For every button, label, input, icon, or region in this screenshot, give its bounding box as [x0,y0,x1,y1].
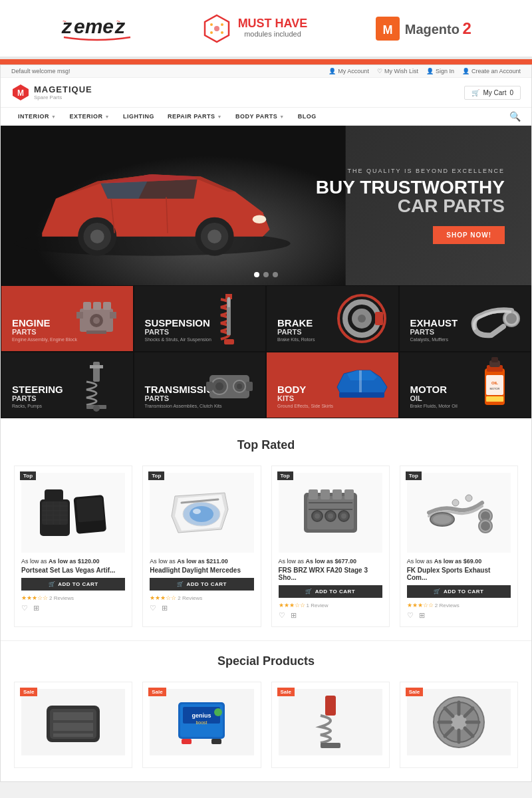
svg-text:OIL: OIL [491,381,498,385]
svg-rect-82 [321,489,330,499]
headlight-product-image [165,479,238,546]
body-image [326,352,398,418]
product-badge: Top [20,471,36,480]
create-account-link[interactable]: 👤 Create an Account [462,68,521,74]
chevron-down-icon: ▼ [279,114,284,119]
svg-rect-112 [211,739,221,744]
svg-point-18 [90,229,104,243]
hero-dot-3[interactable] [273,272,278,277]
nav-item-body[interactable]: BODY PARTS ▼ [229,108,291,125]
svg-rect-35 [227,297,230,307]
cart-icon: 🛒 [434,589,441,595]
nav-item-blog[interactable]: BLOG [291,108,323,125]
search-icon[interactable]: 🔍 [509,111,521,122]
svg-rect-26 [83,302,91,310]
zemes-logo: z eme z ~ ~ [61,12,134,45]
svg-point-113 [214,708,222,716]
part-card-body[interactable]: BODY KITS Ground Effects, Side Skirts [266,352,399,418]
nav-item-repair[interactable]: REPAIR PARTS ▼ [161,108,229,125]
svg-rect-24 [76,312,83,319]
svg-point-6 [214,26,219,31]
svg-rect-53 [246,382,253,391]
signin-icon: 👤 [426,68,434,74]
nav-item-interior[interactable]: INTERIOR ▼ [11,108,63,125]
magento-version: 2 [462,19,471,37]
svg-point-77 [190,506,213,522]
svg-point-21 [207,229,221,243]
compare-icon[interactable]: ⊞ [291,611,297,620]
steering-image [61,352,133,418]
special-product-image-1 [21,689,125,755]
wishlist-icon[interactable]: ♡ [279,611,285,620]
part-card-motor-oil[interactable]: MOTOR OIL Brake Fluids, Motor Oil OIL MO… [399,352,532,418]
product-card-exhaust-kit: Top [400,466,518,627]
product-rating: ★★★☆☆ 2 Reviews [21,595,125,601]
svg-rect-44 [90,365,103,368]
red-stripe [0,59,532,65]
hero-dot-1[interactable] [254,272,259,277]
add-to-cart-button[interactable]: 🛒 ADD TO CART [279,585,382,598]
part-card-suspension[interactable]: SUSPENSION PARTS Shocks & Struts, Air Su… [134,285,267,352]
compare-icon[interactable]: ⊞ [419,611,425,620]
product-card-headlight: Top As low as As low as $211.00 [142,466,261,627]
svg-rect-31 [86,331,106,334]
wishlist-icon[interactable]: ♡ [407,611,414,620]
my-account-link[interactable]: 👤 My Account [329,68,369,74]
product-rating: ★★★☆☆ 1 Review [279,602,382,608]
compare-icon[interactable]: ⊞ [162,604,168,612]
cart-label: My Cart [483,89,506,96]
special-product-1: Sale [14,682,132,768]
signin-link[interactable]: 👤 Sign In [426,68,454,74]
suspension-image [193,286,265,351]
heart-icon: ♡ [377,68,382,74]
svg-point-7 [210,23,213,26]
account-icon: 👤 [329,68,336,74]
sale-badge: Sale [277,688,295,696]
nav-item-lighting[interactable]: LIGHTING [116,108,161,125]
add-to-cart-button[interactable]: 🛒 ADD TO CART [150,578,253,591]
svg-text:~: ~ [63,18,66,25]
top-rated-products: Top [14,466,518,627]
svg-rect-111 [182,739,192,744]
svg-rect-105 [53,733,93,737]
wishlist-icon[interactable]: ♡ [150,604,156,612]
product-name: Headlight Daylight Mercedes [150,567,253,574]
must-have-subtitle: modules included [238,29,308,39]
part-card-exhaust[interactable]: EXHAUST PARTS Catalysts, Mufflers [399,285,532,352]
special-product-image-genius: genius boost [150,689,253,755]
svg-point-98 [481,521,490,531]
sale-badge: Sale [148,688,166,696]
store-logo[interactable]: M MAGETIQUE Spare Parts [11,83,92,102]
svg-point-49 [215,382,223,390]
svg-point-10 [221,31,223,34]
nav-item-exterior[interactable]: EXTERIOR ▼ [63,108,116,125]
svg-rect-28 [103,302,111,310]
product-actions: ♡ ⊞ [279,611,382,620]
cart-icon: 🛒 [305,589,313,595]
special-product-3: Sale [271,682,390,768]
cart-button[interactable]: 🛒 My Cart 0 [464,86,521,100]
svg-rect-43 [93,362,100,382]
hero-dot-2[interactable] [263,272,269,277]
product-name: FK Duplex Sports Exhaust Com... [407,567,511,581]
part-card-brake[interactable]: BRAKE PARTS Brake Kits, Rotors [266,285,399,352]
svg-rect-25 [110,312,116,319]
cart-icon: 🛒 [177,581,184,587]
compare-icon[interactable]: ⊞ [33,604,39,612]
part-card-transmission[interactable]: TRANSMISSION PARTS Transmission Assembli… [134,352,267,418]
product-price: As low as As low as $677.00 [279,558,382,565]
product-price: As low as As low as $69.00 [407,558,511,565]
svg-rect-103 [53,712,93,720]
product-image-area [407,473,511,553]
shop-now-button[interactable]: SHOP NOW! [433,226,505,244]
magento-text: Magento [405,22,460,37]
part-card-engine[interactable]: ENGINE PARTS Engine Assembly, Engine Blo… [1,285,134,352]
wishlist-link[interactable]: ♡ My Wish List [377,68,418,74]
product-badge: Top [277,471,293,480]
add-to-cart-button[interactable]: 🛒 ADD TO CART [407,585,511,598]
part-card-steering[interactable]: STEERING PARTS Racks, Pumps [1,352,134,418]
add-to-cart-button[interactable]: 🛒 ADD TO CART [21,578,125,591]
store-navigation: INTERIOR ▼ EXTERIOR ▼ LIGHTING REPAIR PA… [1,108,531,126]
svg-point-99 [452,499,459,506]
wishlist-icon[interactable]: ♡ [21,604,28,612]
